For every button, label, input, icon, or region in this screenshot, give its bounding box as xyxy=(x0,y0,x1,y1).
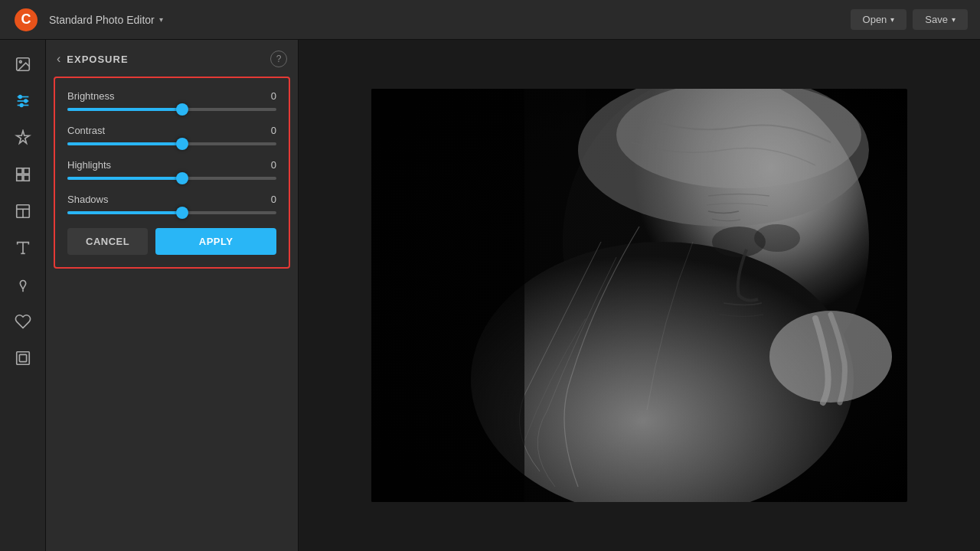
app-logo: C xyxy=(12,6,40,34)
shadows-track[interactable] xyxy=(67,211,276,214)
shadows-group: Shadows 0 xyxy=(67,194,276,214)
contrast-label-row: Contrast 0 xyxy=(67,125,276,136)
brightness-fill xyxy=(67,108,182,111)
app-title-dropdown[interactable]: Standard Photo Editor ▾ xyxy=(49,14,163,26)
panel-title: EXPOSURE xyxy=(67,54,264,65)
sidebar-item-frame[interactable] xyxy=(6,341,40,375)
exposure-controls: Brightness 0 Contrast 0 xyxy=(54,77,290,269)
exposure-panel: ‹ EXPOSURE ? Brightness 0 C xyxy=(46,40,299,551)
photo-canvas xyxy=(371,89,907,502)
svg-rect-30 xyxy=(371,89,907,502)
open-button[interactable]: Open ▾ xyxy=(851,9,907,30)
sidebar-item-text[interactable] xyxy=(6,231,40,265)
action-buttons: CANCEL APPLY xyxy=(67,228,276,255)
app-title-text: Standard Photo Editor xyxy=(49,14,155,26)
svg-point-5 xyxy=(18,96,21,99)
svg-point-7 xyxy=(20,104,23,107)
svg-rect-8 xyxy=(16,168,21,174)
shadows-thumb[interactable] xyxy=(176,207,188,219)
shadows-label: Shadows xyxy=(67,194,108,205)
cancel-button[interactable]: CANCEL xyxy=(67,228,148,255)
highlights-label: Highlights xyxy=(67,159,111,171)
shadows-label-row: Shadows 0 xyxy=(67,194,276,205)
sidebar-item-heart[interactable] xyxy=(6,305,40,338)
contrast-fill xyxy=(67,142,182,145)
svg-rect-19 xyxy=(19,354,26,361)
sidebar-item-adjustments[interactable] xyxy=(6,84,40,118)
svg-rect-10 xyxy=(16,175,21,181)
canvas-area xyxy=(299,40,980,551)
contrast-track[interactable] xyxy=(67,142,276,145)
sidebar-item-image[interactable] xyxy=(6,47,40,81)
icon-sidebar xyxy=(0,40,46,551)
highlights-group: Highlights 0 xyxy=(67,159,276,180)
contrast-value: 0 xyxy=(271,125,276,136)
brightness-value: 0 xyxy=(271,90,276,102)
brightness-track[interactable] xyxy=(67,108,276,111)
sidebar-item-layers[interactable] xyxy=(6,158,40,191)
open-label: Open xyxy=(863,14,887,25)
save-chevron-icon: ▾ xyxy=(952,15,956,24)
help-button[interactable]: ? xyxy=(270,51,287,67)
main-area: ‹ EXPOSURE ? Brightness 0 C xyxy=(0,40,980,551)
brightness-thumb[interactable] xyxy=(176,103,188,116)
svg-rect-18 xyxy=(16,352,29,365)
save-label: Save xyxy=(925,14,948,25)
svg-point-6 xyxy=(24,99,27,103)
apply-button[interactable]: APPLY xyxy=(155,228,276,255)
svg-rect-9 xyxy=(23,168,28,174)
highlights-value: 0 xyxy=(271,159,276,171)
brightness-label-row: Brightness 0 xyxy=(67,90,276,102)
svg-point-1 xyxy=(19,60,21,63)
title-chevron-icon: ▾ xyxy=(159,15,163,24)
contrast-thumb[interactable] xyxy=(176,138,188,150)
open-chevron-icon: ▾ xyxy=(890,15,894,24)
shadows-value: 0 xyxy=(271,194,276,205)
highlights-fill xyxy=(67,177,182,180)
highlights-track[interactable] xyxy=(67,177,276,180)
logo-icon: C xyxy=(15,8,38,31)
topbar-actions: Open ▾ Save ▾ xyxy=(851,9,968,30)
contrast-group: Contrast 0 xyxy=(67,125,276,145)
shadows-fill xyxy=(67,211,182,214)
contrast-label: Contrast xyxy=(67,125,105,136)
save-button[interactable]: Save ▾ xyxy=(913,9,968,30)
brightness-label: Brightness xyxy=(67,90,114,102)
portrait-svg xyxy=(371,89,907,502)
sidebar-item-layout[interactable] xyxy=(6,194,40,228)
highlights-thumb[interactable] xyxy=(176,172,188,184)
brightness-group: Brightness 0 xyxy=(67,90,276,111)
highlights-label-row: Highlights 0 xyxy=(67,159,276,171)
panel-header: ‹ EXPOSURE ? xyxy=(46,51,298,77)
svg-rect-11 xyxy=(23,175,28,181)
sidebar-item-effects[interactable] xyxy=(6,121,40,155)
back-button[interactable]: ‹ xyxy=(57,52,60,66)
sidebar-item-brush[interactable] xyxy=(6,268,40,302)
topbar: C Standard Photo Editor ▾ Open ▾ Save ▾ xyxy=(0,0,980,40)
